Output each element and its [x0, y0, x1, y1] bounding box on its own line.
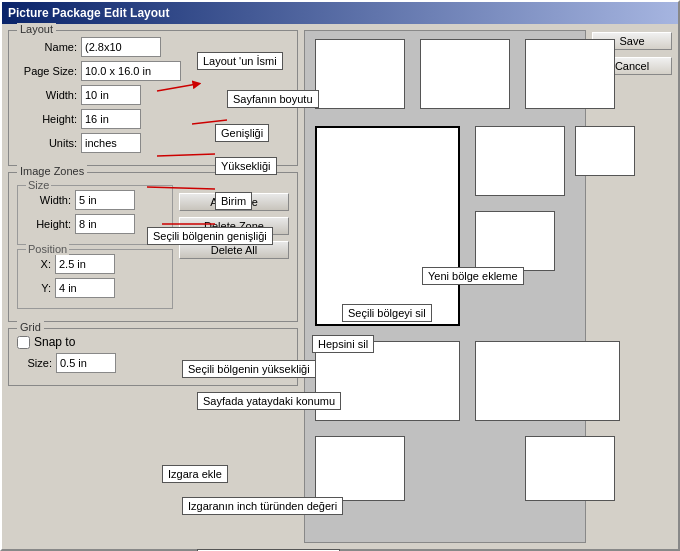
photo-box-3: [525, 39, 615, 109]
image-zones-group: Image Zones Size Width: Height:: [8, 172, 298, 322]
photo-box-selected: [315, 126, 460, 326]
layout-group-title: Layout: [17, 23, 56, 35]
position-subgroup: Position X: Y:: [17, 249, 173, 309]
grid-size-label: Size:: [17, 357, 52, 369]
annotation-zone-height: Seçili bölgenin yüksekliği: [182, 360, 316, 378]
canvas-area: [304, 30, 586, 543]
width-input[interactable]: [81, 85, 141, 105]
units-input[interactable]: [81, 133, 141, 153]
annotation-units: Birim: [215, 192, 252, 210]
units-label: Units:: [17, 137, 77, 149]
annotation-height: Yüksekliği: [215, 157, 277, 175]
photo-box-10: [525, 436, 615, 501]
grid-size-input[interactable]: [56, 353, 116, 373]
photo-box-1: [315, 39, 405, 109]
photo-box-2: [420, 39, 510, 109]
snap-checkbox[interactable]: [17, 336, 30, 349]
photo-box-9: [315, 436, 405, 501]
name-input[interactable]: [81, 37, 161, 57]
zone-width-input[interactable]: [75, 190, 135, 210]
photo-box-4: [475, 126, 565, 196]
zone-height-label: Height:: [26, 218, 71, 230]
annotation-grid-size: Izgaranın inch türünden değeri: [182, 497, 343, 515]
zone-width-label: Width:: [26, 194, 71, 206]
annotation-delete-zone: Seçili bölgeyi sil: [342, 304, 432, 322]
x-input[interactable]: [55, 254, 115, 274]
annotation-snap: Izgara ekle: [162, 465, 228, 483]
photo-box-5: [575, 126, 635, 176]
zone-height-row: Height:: [26, 214, 164, 234]
x-row: X:: [26, 254, 164, 274]
size-title: Size: [26, 179, 51, 191]
annotation-add-zone: Yeni bölge ekleme: [422, 267, 524, 285]
position-title: Position: [26, 243, 69, 255]
window-title: Picture Package Edit Layout: [8, 6, 169, 20]
zone-height-input[interactable]: [75, 214, 135, 234]
name-label: Name:: [17, 41, 77, 53]
annotation-page-size: Sayfanın boyutu: [227, 90, 319, 108]
title-bar: Picture Package Edit Layout: [2, 2, 678, 24]
page-size-input[interactable]: [81, 61, 181, 81]
x-label: X:: [26, 258, 51, 270]
annotation-width: Genişliği: [215, 124, 269, 142]
y-label: Y:: [26, 282, 51, 294]
photo-box-6: [475, 211, 555, 271]
width-label: Width:: [17, 89, 77, 101]
annotation-layout-name: Layout 'un İsmi: [197, 52, 283, 70]
image-zones-title: Image Zones: [17, 165, 87, 177]
page-size-label: Page Size:: [17, 65, 77, 77]
snap-label: Snap to: [34, 335, 75, 349]
snap-row: Snap to: [17, 335, 289, 349]
zone-width-row: Width:: [26, 190, 164, 210]
canvas-panel: [304, 30, 586, 543]
annotation-delete-all: Hepsini sil: [312, 335, 374, 353]
y-row: Y:: [26, 278, 164, 298]
y-input[interactable]: [55, 278, 115, 298]
annotation-pos-x: Sayfada yataydaki konumu: [197, 392, 341, 410]
annotation-zone-width: Seçili bölgenin genişliği: [147, 227, 273, 245]
height-label: Height:: [17, 113, 77, 125]
grid-title: Grid: [17, 321, 44, 333]
photo-box-8: [475, 341, 620, 421]
main-window: Picture Package Edit Layout Layout Name:…: [0, 0, 680, 551]
height-input[interactable]: [81, 109, 141, 129]
